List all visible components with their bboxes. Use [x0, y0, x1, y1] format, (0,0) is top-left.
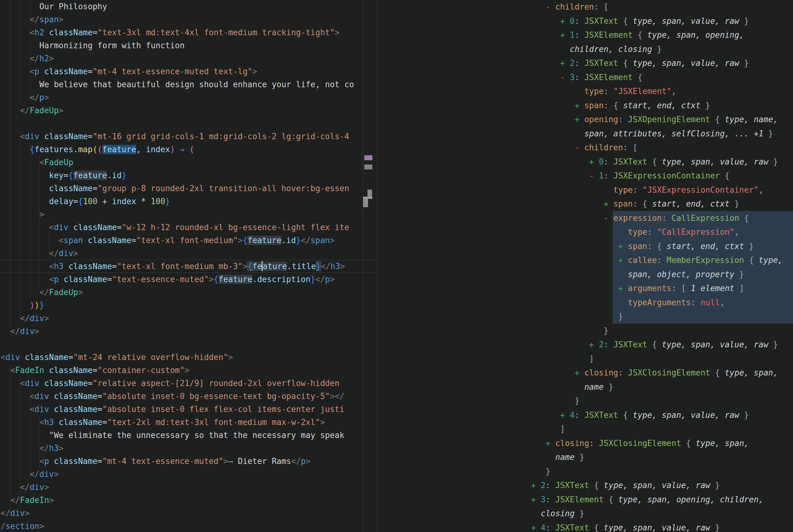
collapse-node-marker[interactable]: -	[560, 73, 570, 82]
expand-node-marker[interactable]: +	[575, 368, 584, 377]
code-line[interactable]: ))}	[1, 299, 378, 312]
ast-line[interactable]: }	[531, 394, 793, 408]
code-line[interactable]: Harmonizing form with function	[1, 39, 378, 52]
collapse-node-marker[interactable]: -	[546, 2, 555, 12]
expand-node-marker[interactable]: +	[531, 523, 541, 532]
ast-line[interactable]: }	[531, 324, 793, 338]
ast-line[interactable]: }	[531, 464, 793, 479]
ast-line[interactable]: + 1: JSXElement { type, span, opening,	[531, 28, 793, 42]
expand-node-marker[interactable]: +	[604, 199, 613, 208]
ast-line[interactable]: type: "JSXElement",	[531, 84, 793, 99]
ast-line[interactable]: + opening: JSXOpeningElement { type, nam…	[531, 113, 793, 127]
code-line[interactable]: </div>	[1, 325, 378, 338]
ast-line[interactable]: children, closing }	[531, 42, 793, 57]
expand-node-marker[interactable]: +	[560, 16, 570, 26]
expand-node-marker[interactable]: +	[531, 481, 541, 490]
ast-line[interactable]: ]	[531, 352, 793, 366]
ast-line[interactable]: - 3: JSXElement {	[531, 71, 793, 85]
expand-node-marker[interactable]: +	[546, 439, 555, 448]
expand-node-marker[interactable]: +	[618, 284, 628, 293]
code-line[interactable]: <h3 className="text-xl font-medium mb-3"…	[1, 260, 378, 273]
code-line[interactable]: </div>	[1, 507, 378, 520]
code-line[interactable]: </span>	[1, 13, 378, 26]
ast-line[interactable]: + 3: JSXElement { type, span, opening, c…	[531, 493, 793, 507]
ast-line[interactable]: + closing: JSXClosingElement { type, spa…	[531, 366, 793, 380]
expand-node-marker[interactable]: +	[589, 340, 599, 349]
ast-line[interactable]: span, object, property }	[531, 268, 793, 282]
code-line[interactable]: </div>	[1, 468, 378, 481]
ast-line[interactable]: + 4: JSXText { type, span, value, raw }	[531, 521, 793, 532]
expand-node-marker[interactable]: +	[575, 101, 584, 110]
code-line[interactable]: >	[1, 208, 378, 221]
code-line[interactable]: </h3>	[1, 442, 378, 455]
code-line[interactable]: </FadeUp>	[1, 104, 378, 117]
ast-line[interactable]: + arguments: [ 1 element ]	[531, 282, 793, 296]
code-line[interactable]: </FadeIn>	[1, 494, 378, 507]
ast-line[interactable]: + 2: JSXText { type, span, value, raw }	[531, 338, 793, 352]
ast-line[interactable]: + span: { start, end, ctxt }	[531, 240, 793, 254]
code-line[interactable]: {features.map((feature, index) ⇒ (	[1, 143, 378, 156]
code-line[interactable]: <div className="absolute inset-0 flex fl…	[1, 403, 378, 416]
code-line[interactable]: </div>	[1, 481, 378, 494]
code-line[interactable]: </div>	[1, 312, 378, 325]
ast-line[interactable]: typeArguments: null,	[531, 296, 793, 310]
code-line[interactable]	[1, 117, 378, 130]
expand-node-marker[interactable]: +	[560, 30, 570, 40]
code-line[interactable]: /section>	[1, 520, 378, 532]
code-line[interactable]: <div className="w-12 h-12 rounded-xl bg-…	[1, 221, 378, 234]
code-line[interactable]: "We eliminate the unnecessary so that th…	[1, 429, 378, 442]
code-line[interactable]: <p className="mt-4 text-essence-muted te…	[1, 65, 378, 78]
ast-line[interactable]: + span: { start, end, ctxt }	[531, 99, 793, 113]
ast-line[interactable]: name }	[531, 450, 793, 464]
ast-line[interactable]: closing }	[531, 507, 793, 521]
ast-line[interactable]: + 2: JSXText { type, span, value, raw }	[531, 478, 793, 493]
ast-line[interactable]: + 0: JSXText { type, span, value, raw }	[531, 155, 793, 169]
ast-line[interactable]: + callee: MemberExpression { type,	[531, 253, 793, 268]
ast-line[interactable]: - 1: JSXExpressionContainer {	[531, 169, 793, 183]
expand-node-marker[interactable]: +	[531, 495, 541, 504]
expand-node-marker[interactable]: +	[560, 58, 570, 68]
ast-line[interactable]: type: "CallExpression",	[531, 225, 793, 240]
code-line[interactable]: </h2>	[1, 52, 378, 65]
ast-tree-panel[interactable]: - children: [ + 0: JSXText { type, span,…	[378, 0, 793, 532]
code-line[interactable]: key={feature.id}	[1, 169, 378, 182]
code-line[interactable]: <FadeUp	[1, 156, 378, 169]
code-line[interactable]: </div>	[1, 247, 378, 260]
code-line[interactable]: <FadeIn className="container-custom">	[1, 364, 378, 377]
ast-line[interactable]: + closing: JSXClosingElement { type, spa…	[531, 436, 793, 451]
collapse-node-marker[interactable]: -	[575, 143, 584, 152]
expand-node-marker[interactable]: +	[560, 411, 570, 420]
ast-line[interactable]: name }	[531, 380, 793, 394]
ast-line[interactable]: + 4: JSXText { type, span, value, raw }	[531, 408, 793, 422]
code-line[interactable]: <p className="mt-4 text-essence-muted">—…	[1, 455, 378, 468]
ast-line[interactable]: + 2: JSXText { type, span, value, raw }	[531, 56, 793, 71]
code-line[interactable]	[1, 338, 378, 351]
code-line[interactable]: <div className="absolute inset-0 bg-esse…	[1, 390, 378, 403]
ast-line[interactable]: + span: { start, end, ctxt }	[531, 197, 793, 211]
ast-line[interactable]: + 0: JSXText { type, span, value, raw }	[531, 14, 793, 28]
code-line[interactable]: Our Philosophy	[1, 0, 378, 13]
ast-line[interactable]: }	[531, 310, 793, 324]
code-line[interactable]: We believe that beautiful design should …	[1, 78, 378, 91]
source-editor-panel[interactable]: Our Philosophy </span> <h2 className="te…	[0, 0, 378, 532]
code-line[interactable]: <div className="mt-16 grid grid-cols-1 m…	[1, 130, 378, 143]
code-line[interactable]: delay={100 + index * 100}	[1, 195, 378, 208]
ast-line[interactable]: type: "JSXExpressionContainer",	[531, 183, 793, 197]
code-line[interactable]: <h2 className="text-3xl md:text-4xl font…	[1, 26, 378, 39]
expand-node-marker[interactable]: +	[575, 115, 584, 124]
code-line[interactable]: className="group p-8 rounded-2xl transit…	[1, 182, 378, 195]
expand-node-marker[interactable]: +	[618, 255, 628, 265]
code-line[interactable]: </p>	[1, 91, 378, 104]
collapse-node-marker[interactable]: -	[604, 213, 613, 223]
code-line[interactable]: </FadeUp>	[1, 286, 378, 299]
ast-line[interactable]: - children: [	[531, 141, 793, 155]
ast-line[interactable]: - expression: CallExpression {	[531, 211, 793, 226]
code-line[interactable]: <span className="text-xl font-medium">{f…	[1, 234, 378, 247]
ast-line[interactable]: span, attributes, selfClosing, ... +1 }	[531, 127, 793, 141]
ast-line[interactable]: - children: [	[531, 0, 793, 14]
code-line[interactable]: <p className="text-essence-muted">{featu…	[1, 273, 378, 286]
code-line[interactable]: <h3 className="text-2xl md:text-3xl font…	[1, 416, 378, 429]
code-line[interactable]: <div className="relative aspect-[21/9] r…	[1, 377, 378, 390]
expand-node-marker[interactable]: +	[618, 242, 628, 251]
ast-line[interactable]: ]	[531, 422, 793, 436]
